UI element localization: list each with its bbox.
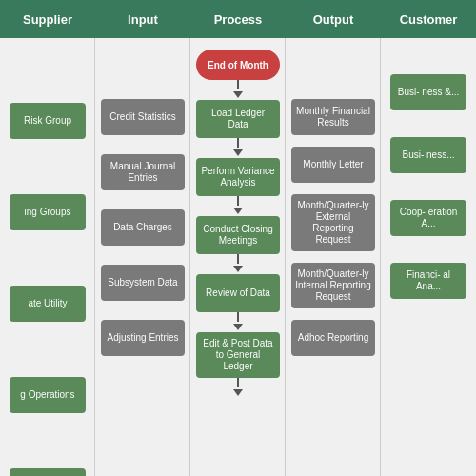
process-step-0: Load Ledger Data	[196, 100, 280, 138]
header-supplier: Supplier	[0, 12, 95, 27]
connector-0	[237, 80, 239, 89]
output-item-0: Monthly Financial Results	[291, 99, 375, 135]
process-step-4: Edit & Post Data to General Ledger	[196, 332, 280, 378]
header-input: Input	[95, 12, 190, 27]
process-step-1: Perform Variance Analysis	[196, 158, 280, 196]
arrow-4	[233, 324, 243, 330]
header-customer: Customer	[381, 12, 476, 27]
customer-item-1: Busi- ness...	[390, 137, 466, 173]
customer-item-0: Busi- ness &...	[390, 74, 466, 110]
input-item-1: Manual Journal Entries	[101, 154, 185, 190]
output-item-4: Adhoc Reporting	[291, 320, 375, 356]
connector-4	[237, 312, 239, 322]
output-item-2: Month/Quarter-ly External Reporting Requ…	[291, 194, 375, 251]
arrow-2	[233, 208, 243, 214]
customer-item-2: Coop- eration A...	[390, 200, 466, 236]
connector-1	[237, 138, 239, 148]
process-step-2: Conduct Closing Meetings	[196, 216, 280, 254]
process-flow: End of Month Load Ledger Data Perform Va…	[194, 46, 282, 398]
supplier-column: Risk Group ing Groups ate Utility g Oper…	[0, 38, 95, 476]
output-items: Monthly Financial Results Monthly Letter…	[289, 46, 377, 356]
arrow-1	[233, 149, 243, 156]
input-column: Credit Statistics Manual Journal Entries…	[95, 38, 190, 476]
output-item-3: Month/Quarter-ly Internal Reporting Requ…	[291, 263, 375, 308]
header-output: Output	[286, 12, 381, 27]
input-items: Credit Statistics Manual Journal Entries…	[99, 46, 187, 356]
input-item-0: Credit Statistics	[101, 99, 185, 135]
supplier-item-3: g Operations	[10, 377, 86, 413]
customer-column: Busi- ness &... Busi- ness... Coop- erat…	[381, 38, 476, 476]
arrow-5	[233, 389, 243, 396]
header: Supplier Input Process Output Customer	[0, 0, 476, 38]
output-column: Monthly Financial Results Monthly Letter…	[286, 38, 381, 476]
content-area: Risk Group ing Groups ate Utility g Oper…	[0, 38, 476, 476]
input-item-3: Subsystem Data	[101, 265, 185, 301]
connector-2	[237, 196, 239, 206]
process-start: End of Month	[196, 50, 280, 80]
connector-3	[237, 254, 239, 264]
process-column: End of Month Load Ledger Data Perform Va…	[190, 38, 286, 476]
input-item-2: Data Charges	[101, 209, 185, 246]
input-item-4: Adjusting Entries	[101, 320, 185, 356]
customer-item-3: Financi- al Ana...	[390, 263, 466, 299]
header-process: Process	[190, 12, 286, 27]
arrow-3	[233, 266, 243, 272]
supplier-item-1: ing Groups	[10, 194, 86, 230]
connector-5	[237, 378, 239, 387]
customer-items: Busi- ness &... Busi- ness... Coop- erat…	[385, 46, 472, 299]
supplier-item-2: ate Utility	[10, 286, 86, 322]
supplier-items: Risk Group ing Groups ate Utility g Oper…	[4, 46, 91, 476]
supplier-item-0: Risk Group	[10, 103, 86, 139]
arrow-0	[233, 91, 243, 98]
process-step-3: Review of Data	[196, 274, 280, 312]
supplier-item-4: agement ing Group	[10, 468, 86, 476]
output-item-1: Monthly Letter	[291, 147, 375, 183]
